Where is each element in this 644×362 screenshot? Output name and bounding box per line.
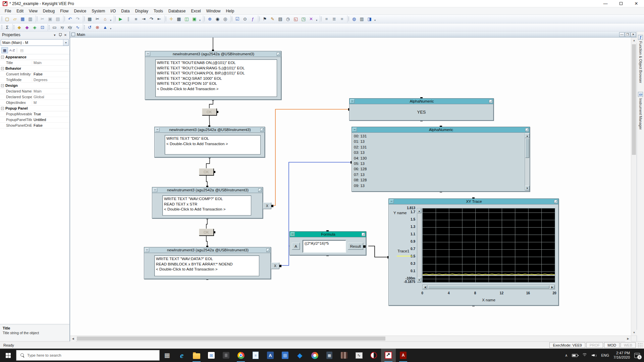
find-icon[interactable]: ◉ xyxy=(214,15,221,22)
alphanumeric-display-2[interactable]: − AlphaNumeric 00: 13101: 1302: 13103: 1… xyxy=(352,127,530,192)
align-right-icon[interactable]: ≡ xyxy=(338,15,346,22)
taskbar-app-notepad[interactable] xyxy=(248,349,263,362)
close-button[interactable]: ✕ xyxy=(629,0,644,7)
start-button[interactable] xyxy=(0,349,16,362)
canvas-vertical-scrollbar[interactable]: ▲ ▼ xyxy=(631,38,637,336)
minimize-object-icon[interactable]: − xyxy=(153,188,157,192)
resize-icon[interactable] xyxy=(554,200,558,203)
menu-item-window[interactable]: Window xyxy=(204,8,223,14)
menu-item-debug[interactable]: Debug xyxy=(40,8,57,14)
cut-icon[interactable]: ✂ xyxy=(39,15,46,22)
zoom-icon[interactable]: ⊕ xyxy=(206,15,214,22)
paste-icon[interactable]: ▤ xyxy=(54,15,62,22)
home-icon[interactable]: ⌂ xyxy=(101,15,109,22)
taskbar-app-paint[interactable] xyxy=(307,349,322,362)
menu-item-excel[interactable]: Excel xyxy=(188,8,203,14)
scroll-right-icon[interactable]: ▶ xyxy=(625,336,631,342)
scroll-right-icon[interactable]: ▶ xyxy=(550,285,554,289)
minimize-object-icon[interactable]: − xyxy=(389,199,394,203)
menu-item-system[interactable]: System xyxy=(89,8,108,14)
minimize-object-icon[interactable]: − xyxy=(353,128,357,132)
resize-icon[interactable] xyxy=(362,233,365,236)
panel-menu-icon[interactable]: ▾ xyxy=(52,32,57,38)
formula-object[interactable]: − Formula A ((2*A)/2^16)*5 Result xyxy=(289,231,366,255)
alphanumeric-scrollbar[interactable]: ▲ ▼ xyxy=(525,133,530,190)
ok-button-3[interactable]: OK xyxy=(199,229,214,236)
menu-item-tools[interactable]: Tools xyxy=(151,8,166,14)
maximize-button[interactable] xyxy=(613,0,629,7)
menu-item-edit[interactable]: Edit xyxy=(14,8,26,14)
instrument-box-3[interactable]: − newInstrument3 (agu2542a @USBInstrumen… xyxy=(152,187,263,219)
property-row-trigmode[interactable]: TrigModeDegrees xyxy=(0,77,69,83)
instrument-box-2[interactable]: − newInstrument3 (agu2542a @USBInstrumen… xyxy=(154,127,265,158)
align-left-icon[interactable]: ≡ xyxy=(323,15,330,22)
canvas-horizontal-scrollbar[interactable]: ◀ ▶ xyxy=(70,336,631,341)
instrument-box-1[interactable]: − newInstrument3 (agu2542a @USBInstrumen… xyxy=(145,51,281,100)
property-row-objectindex[interactable]: ObjectIndexM xyxy=(0,100,69,106)
taskbar-app-office-doc[interactable]: ▤ xyxy=(278,349,292,362)
function-builder-icon[interactable]: ƒ xyxy=(249,15,257,22)
web-monitor-icon[interactable]: ◱ xyxy=(292,15,300,22)
close-panel-icon[interactable]: ✕ xyxy=(63,32,68,38)
taskbar-app-keysight-vee[interactable] xyxy=(381,349,396,362)
waveform-display-icon[interactable]: ∿ xyxy=(74,24,82,31)
notification-center-icon[interactable]: 1 xyxy=(634,353,640,358)
output-terminal-x[interactable]: X xyxy=(263,202,271,209)
undo-icon[interactable]: ↶ xyxy=(66,15,74,22)
step-into-icon[interactable]: ⇥ xyxy=(140,15,148,22)
side-tab-instrument-manager[interactable]: ▭Instrument Manager xyxy=(638,92,643,130)
taskbar-app-task-view[interactable]: ▦ xyxy=(160,349,174,362)
taskbar-app-file-explorer[interactable] xyxy=(189,349,204,362)
ok-button-1[interactable]: OK xyxy=(202,108,217,115)
scroll-down-icon[interactable]: ▼ xyxy=(417,278,421,282)
property-pages-icon[interactable]: ▤ xyxy=(18,47,25,53)
edit-properties-icon[interactable]: ✎ xyxy=(269,15,276,22)
align-center-icon[interactable]: ≣ xyxy=(330,15,338,22)
data-variable-icon[interactable]: ◆ xyxy=(23,24,31,31)
scroll-down-icon[interactable]: ▼ xyxy=(525,186,530,190)
wifi-icon[interactable] xyxy=(582,353,587,357)
run-icon[interactable]: ▶ xyxy=(117,15,124,22)
pin-icon[interactable] xyxy=(57,32,63,38)
minimize-object-icon[interactable]: − xyxy=(155,128,160,132)
taskbar-app-recorder[interactable] xyxy=(366,349,381,362)
delete-object-icon[interactable]: ✕ xyxy=(307,15,315,22)
scroll-left-icon[interactable]: ◀ xyxy=(423,285,427,289)
taskbar-app-word[interactable]: A xyxy=(263,349,278,362)
taskbar-app-edge[interactable]: e xyxy=(174,349,189,362)
mdi-restore-button[interactable]: ❐ xyxy=(625,32,630,37)
pan-hand-icon[interactable]: ✛ xyxy=(167,15,175,22)
y-scale-scrollbar[interactable]: ▲ ▼ xyxy=(417,208,422,283)
stop-icon[interactable]: ■ xyxy=(132,15,140,22)
redo-icon[interactable]: ↷ xyxy=(74,15,82,22)
transaction-list[interactable]: WRITE TEXT "ROUT:ENAB ON,(@101)" EOLWRIT… xyxy=(155,59,277,97)
property-row-showpanelone[interactable]: ShowPanelOnEFalse xyxy=(0,123,69,128)
open-icon[interactable]: ▱ xyxy=(11,15,19,22)
alphabetical-sort-icon[interactable]: A↓Z xyxy=(9,47,15,53)
property-row-declared-scope[interactable]: Declared ScopeGlobal xyxy=(0,94,69,100)
taskbar-app-store[interactable] xyxy=(204,349,219,362)
show-data-flow-icon[interactable]: ▩ xyxy=(175,15,183,22)
minimize-button[interactable]: — xyxy=(598,0,613,7)
main-window-bar[interactable]: Main — ❐ ✕ xyxy=(70,32,637,38)
property-category-popup-panel[interactable]: −Popup Panel xyxy=(0,106,69,111)
pause-icon[interactable]: ∥ xyxy=(124,15,132,22)
menu-item-flow[interactable]: Flow xyxy=(57,8,71,14)
resize-icon[interactable] xyxy=(489,100,493,103)
x-vs-y-display-icon[interactable]: x|y xyxy=(66,24,74,31)
plot-area[interactable] xyxy=(422,208,555,283)
scroll-up-icon[interactable]: ▲ xyxy=(631,38,637,43)
flag-note-icon[interactable]: ⚑ xyxy=(261,15,269,22)
taskbar-app-movies-tv[interactable]: ◆ xyxy=(292,349,307,362)
output-terminal-x[interactable]: X xyxy=(271,262,279,269)
xy-trace-display[interactable]: − XY Trace Y name 1.8131.71.51.31.10.90.… xyxy=(388,198,559,306)
taskbar-app-acrobat[interactable]: A xyxy=(396,349,411,362)
timer-icon[interactable]: ◷ xyxy=(284,15,292,22)
volume-icon[interactable] xyxy=(592,353,597,357)
menu-item-view[interactable]: View xyxy=(26,8,40,14)
container-icon[interactable]: ▭ xyxy=(51,24,58,31)
language-indicator[interactable]: ENG xyxy=(601,353,609,357)
copy-icon[interactable]: ▣ xyxy=(46,15,54,22)
scroll-up-icon[interactable]: ▲ xyxy=(417,208,421,213)
stop-object-icon[interactable]: ⊗ xyxy=(94,24,101,31)
